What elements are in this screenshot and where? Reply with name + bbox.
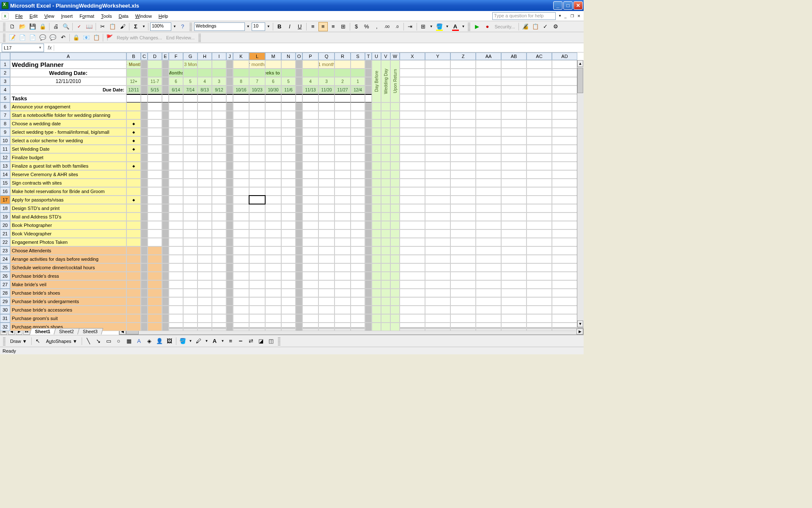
autosum-button[interactable]: Σ: [131, 22, 140, 31]
save-button[interactable]: 💾: [28, 22, 37, 31]
menu-edit[interactable]: Edit: [26, 12, 41, 20]
fontsize-box[interactable]: 10: [252, 22, 265, 31]
col-header[interactable]: F: [169, 52, 183, 60]
security-label[interactable]: Security...: [493, 24, 516, 29]
col-header[interactable]: U: [372, 52, 381, 60]
col-header[interactable]: L: [249, 52, 265, 60]
col-header[interactable]: AA: [476, 52, 501, 60]
fontcolor-button[interactable]: A: [451, 22, 460, 31]
diagram-button[interactable]: ◈: [145, 337, 154, 346]
underline-button[interactable]: U: [295, 22, 304, 31]
newcomment-button[interactable]: 📝: [8, 33, 17, 42]
permission-button[interactable]: 🔒: [38, 22, 47, 31]
prevcomment-button[interactable]: 📄: [18, 33, 27, 42]
decdecimal-button[interactable]: .0: [392, 22, 402, 31]
borders-button[interactable]: ⊞: [419, 22, 428, 31]
arrowstyle-button[interactable]: ⇄: [246, 337, 255, 346]
aligncenter-button[interactable]: ≡: [318, 22, 328, 31]
control-icon[interactable]: X: [2, 13, 8, 19]
run-button[interactable]: ▶: [472, 22, 482, 31]
col-header[interactable]: Q: [318, 52, 335, 60]
col-header[interactable]: AB: [501, 52, 527, 60]
col-header[interactable]: P: [302, 52, 318, 60]
arrow-button[interactable]: ↘: [94, 337, 103, 346]
gripper[interactable]: [3, 33, 5, 42]
col-header[interactable]: AD: [552, 52, 577, 60]
zoom-dropdown[interactable]: ▼: [172, 25, 177, 28]
gripper[interactable]: [189, 22, 192, 31]
col-header[interactable]: E: [162, 52, 169, 60]
mdi-restore[interactable]: ❐: [569, 13, 575, 19]
cut-button[interactable]: ✂: [98, 22, 107, 31]
indent-button[interactable]: ⇥: [406, 22, 415, 31]
gripper[interactable]: [3, 337, 5, 345]
col-header[interactable]: W: [390, 52, 400, 60]
menu-format[interactable]: Format: [76, 12, 98, 20]
col-header[interactable]: D: [148, 52, 162, 60]
open-button[interactable]: 📂: [18, 22, 27, 31]
sheet-tab-3[interactable]: Sheet3: [77, 328, 103, 334]
picture-button[interactable]: 🖼: [165, 337, 174, 346]
font-dropdown[interactable]: ▼: [246, 25, 251, 28]
textbox-button[interactable]: ▦: [124, 337, 134, 346]
merge-button[interactable]: ⊞: [339, 22, 348, 31]
sec1-button[interactable]: 🔏: [521, 22, 530, 31]
menu-file[interactable]: File: [12, 12, 26, 20]
italic-button[interactable]: I: [285, 22, 294, 31]
sheet-tab-1[interactable]: Sheet1: [30, 328, 56, 334]
col-header[interactable]: J: [226, 52, 233, 60]
col-header[interactable]: X: [400, 52, 425, 60]
spelling-button[interactable]: ✓: [74, 22, 84, 31]
sheet-tab-2[interactable]: Sheet2: [54, 328, 80, 334]
col-header[interactable]: C: [141, 52, 148, 60]
currency-button[interactable]: $: [352, 22, 361, 31]
alignleft-button[interactable]: ≡: [308, 22, 318, 31]
clipart-button[interactable]: 👤: [155, 337, 164, 346]
protect-button[interactable]: 🔒: [71, 33, 81, 42]
fontsize-dropdown[interactable]: ▼: [266, 25, 271, 28]
col-header[interactable]: Y: [425, 52, 450, 60]
col-header[interactable]: A: [10, 52, 126, 60]
help-button[interactable]: ?: [178, 22, 187, 31]
comma-button[interactable]: ,: [372, 22, 381, 31]
mdi-close[interactable]: ✕: [576, 13, 582, 19]
wordart-button[interactable]: A: [134, 337, 144, 346]
name-box[interactable]: L17▼: [2, 44, 44, 52]
formula-input[interactable]: [54, 44, 584, 52]
linecolor-button[interactable]: 🖊: [194, 337, 203, 346]
col-header[interactable]: R: [335, 52, 351, 60]
percent-button[interactable]: %: [362, 22, 371, 31]
col-header[interactable]: H: [198, 52, 212, 60]
col-header[interactable]: S: [351, 52, 365, 60]
formatpainter-button[interactable]: 🖌: [118, 22, 127, 31]
select-button[interactable]: ↖: [33, 337, 43, 346]
fillcolor-button[interactable]: 🪣: [435, 22, 444, 31]
help-dropdown[interactable]: ▼: [557, 14, 562, 18]
bold-button[interactable]: B: [275, 22, 284, 31]
col-header[interactable]: AC: [527, 52, 552, 60]
close-button[interactable]: ✕: [573, 1, 583, 10]
menu-view[interactable]: View: [41, 12, 58, 20]
menu-window[interactable]: Window: [132, 12, 155, 20]
worksheet-grid[interactable]: ABCDEFGHIJKLMNOPQRSTUVWXYZAAABACAD1Weddi…: [0, 52, 584, 327]
research-button[interactable]: 📖: [85, 22, 94, 31]
paste-button[interactable]: 📋: [108, 22, 117, 31]
font-box[interactable]: Webdings: [194, 22, 245, 31]
col-header[interactable]: I: [212, 52, 226, 60]
stop-button[interactable]: ●: [483, 22, 492, 31]
undo-button[interactable]: ↶: [58, 33, 68, 42]
fx-button[interactable]: fx: [46, 45, 54, 51]
col-header[interactable]: G: [183, 52, 198, 60]
printpreview-button[interactable]: 🔍: [61, 22, 71, 31]
print-button[interactable]: 🖨: [51, 22, 60, 31]
sec3-button[interactable]: ✓: [541, 22, 550, 31]
endreview-label[interactable]: End Review...: [165, 35, 196, 40]
scroll-up[interactable]: ▲: [577, 60, 583, 67]
minimize-button[interactable]: _: [553, 1, 562, 10]
mdi-minimize[interactable]: _: [562, 13, 568, 19]
rect-button[interactable]: ▭: [104, 337, 113, 346]
menu-data[interactable]: Data: [115, 12, 132, 20]
share-button[interactable]: 📧: [82, 33, 91, 42]
col-header[interactable]: Z: [450, 52, 476, 60]
col-header[interactable]: O: [296, 52, 302, 60]
